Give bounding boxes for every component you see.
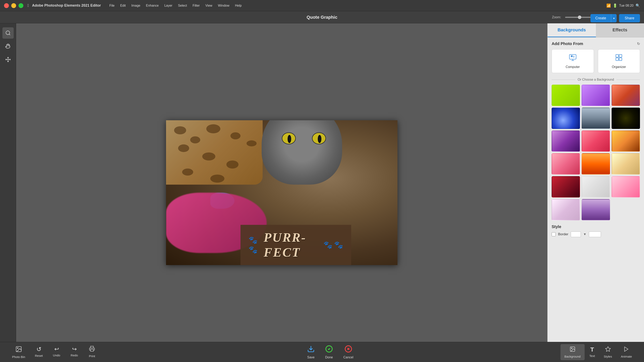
menu-window[interactable]: Window: [216, 3, 232, 8]
bg-swatch-dark-sparkle[interactable]: [612, 108, 640, 129]
refresh-icon[interactable]: ↻: [637, 42, 640, 46]
styles-tool-button[interactable]: Styles: [600, 344, 616, 360]
bg-swatch-golden[interactable]: [612, 130, 640, 152]
border-size-input[interactable]: 0: [589, 232, 601, 237]
menu-filter[interactable]: Filter: [190, 3, 202, 8]
paw-prints-right: 🐾 🐾: [324, 241, 343, 249]
photo-bin-button[interactable]: Photo Bin: [8, 344, 29, 361]
system-icons: 📶 🔋 Tue 08:20 🔍: [606, 3, 640, 8]
create-label: Create: [595, 16, 606, 20]
bg-swatch-pink-glitter[interactable]: [612, 176, 640, 198]
photo-bin-label: Photo Bin: [12, 355, 25, 359]
main-toolbar: Quote Graphic Zoom: 58% ? Create ▾ Share: [0, 11, 644, 23]
title-bar-right: 📶 🔋 Tue 08:20 🔍: [606, 3, 640, 8]
bg-swatch-white[interactable]: [582, 176, 610, 198]
svg-rect-4: [569, 54, 576, 59]
bg-swatch-blue-bokeh[interactable]: [552, 108, 580, 129]
bg-swatch-sunset[interactable]: [612, 85, 640, 106]
apple-icon: : [27, 3, 29, 8]
add-photo-label: Add Photo From: [552, 41, 583, 46]
menu-edit[interactable]: Edit: [118, 3, 128, 8]
animate-tool-button[interactable]: Animate: [617, 344, 636, 360]
done-button[interactable]: Done: [321, 344, 337, 361]
bg-swatch-pink-flowers[interactable]: [552, 153, 580, 175]
print-button[interactable]: Print: [84, 344, 100, 361]
menu-view[interactable]: View: [203, 3, 214, 8]
undo-icon: ↩: [54, 346, 59, 352]
border-label: Border: [558, 232, 568, 236]
text-tool-label: Text: [590, 354, 595, 358]
computer-button[interactable]: Computer: [552, 49, 594, 73]
svg-point-23: [571, 348, 572, 349]
paw-icon-1: 🐾: [248, 236, 258, 244]
reset-icon: ↺: [36, 346, 42, 353]
share-button[interactable]: Share: [619, 14, 640, 22]
canvas-area[interactable]: 🐾 🐾 PURR-FECT 🐾 🐾: [16, 23, 548, 362]
redo-button[interactable]: ↪ Redo: [66, 344, 82, 361]
cat-pupil-right: [318, 135, 322, 143]
app-name: Adobe Photoshop Elements 2021 Editor: [32, 3, 101, 8]
print-label: Print: [89, 354, 95, 358]
background-tool-button[interactable]: Background: [560, 344, 585, 360]
background-tool-icon: [570, 346, 576, 354]
border-color-swatch[interactable]: [571, 232, 581, 237]
bg-swatch-purple-flow[interactable]: [552, 130, 580, 152]
minimize-button[interactable]: [11, 3, 16, 8]
menu-layer[interactable]: Layer: [162, 3, 175, 8]
menu-file[interactable]: File: [107, 3, 117, 8]
bg-swatch-pink-soft[interactable]: [552, 199, 580, 220]
create-dropdown-button[interactable]: ▾: [611, 14, 617, 22]
style-section: Style Border ▼ 0: [552, 224, 640, 237]
border-row: Border ▼ 0: [552, 232, 640, 237]
bg-swatch-orange-sky[interactable]: [582, 153, 610, 175]
redo-label: Redo: [71, 354, 78, 357]
hand-tool[interactable]: [2, 41, 14, 52]
photo-bin-icon: [15, 346, 22, 354]
zoom-thumb[interactable]: [578, 15, 582, 19]
styles-tool-icon: [605, 346, 611, 354]
create-button[interactable]: Create: [590, 14, 611, 22]
tab-effects[interactable]: Effects: [596, 23, 644, 37]
text-tool-button[interactable]: T Text: [586, 344, 599, 360]
text-tool-icon: T: [590, 346, 594, 353]
pillow-area: [166, 120, 263, 185]
bg-swatch-beach[interactable]: [612, 153, 640, 175]
app-layout: 🐾 🐾 PURR-FECT 🐾 🐾 Backgrounds Effects: [0, 23, 644, 362]
search-tool[interactable]: [2, 27, 14, 39]
menu-help[interactable]: Help: [233, 3, 244, 8]
bg-swatch-coral[interactable]: [582, 130, 610, 152]
menu-enhance[interactable]: Enhance: [144, 3, 161, 8]
undo-button[interactable]: ↩ Undo: [48, 344, 64, 361]
bg-swatch-purple-hills[interactable]: [582, 199, 610, 220]
cat-body: [252, 120, 352, 225]
bottom-toolbar: Photo Bin ↺ Reset ↩ Undo ↪ Redo Print: [0, 342, 644, 362]
bg-swatch-red-roses[interactable]: [552, 176, 580, 198]
bg-swatch-purple[interactable]: [582, 85, 610, 106]
move-tool[interactable]: [2, 54, 14, 65]
menu-select[interactable]: Select: [176, 3, 189, 8]
organizer-button[interactable]: Organizer: [598, 49, 640, 73]
close-button[interactable]: [4, 3, 9, 8]
cancel-icon: [344, 345, 352, 354]
tab-backgrounds[interactable]: Backgrounds: [548, 23, 596, 37]
quote-text[interactable]: PURR-FECT: [264, 230, 317, 260]
choose-background-label: Or Choose a Background: [578, 78, 614, 81]
save-icon: [307, 345, 315, 354]
computer-label: Computer: [566, 65, 580, 69]
right-bottom-tools: Background T Text Styles Animate: [560, 344, 636, 360]
svg-rect-13: [619, 58, 622, 60]
fullscreen-button[interactable]: [18, 3, 23, 8]
svg-line-1: [9, 34, 10, 35]
border-checkbox[interactable]: [552, 232, 556, 236]
cat-eye-right: [312, 132, 326, 144]
search-icon[interactable]: 🔍: [636, 3, 640, 8]
save-button[interactable]: Save: [303, 344, 319, 361]
svg-rect-11: [619, 54, 622, 57]
computer-icon: [569, 53, 577, 63]
bg-swatch-mountains[interactable]: [582, 108, 610, 129]
menu-image[interactable]: Image: [129, 3, 143, 8]
cancel-button[interactable]: Cancel: [339, 344, 358, 361]
panel-content: Add Photo From ↻ Computer: [548, 37, 644, 362]
bg-swatch-lime[interactable]: [552, 85, 580, 106]
reset-button[interactable]: ↺ Reset: [31, 344, 47, 361]
